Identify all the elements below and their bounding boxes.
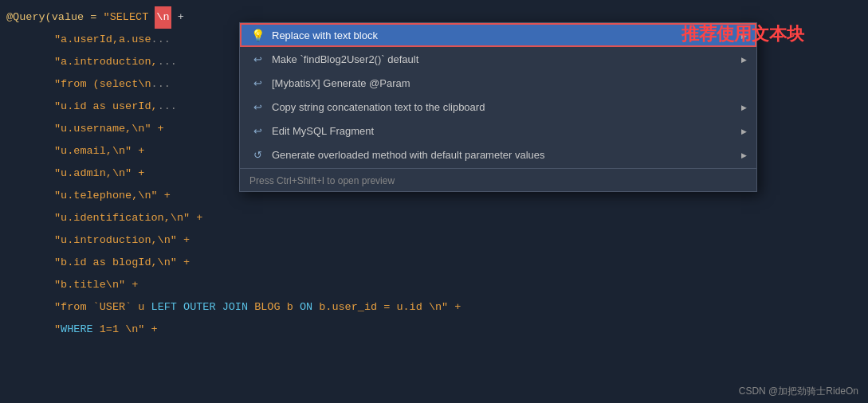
code-string: "a.userId,a.use bbox=[54, 29, 151, 51]
menu-item-label: Make `findBlog2User2()` default bbox=[272, 53, 741, 65]
code-string: "b.id as blogId,\n" + bbox=[54, 252, 190, 274]
menu-item-edit-mysql[interactable]: ↩ Edit MySQL Fragment bbox=[240, 119, 756, 143]
code-string: "u.introduction,\n" + bbox=[54, 229, 190, 252]
context-menu: 💡 Replace with text block ↩ Make `findBl… bbox=[239, 22, 757, 192]
watermark: CSDN @加把劲骑士RideOn bbox=[739, 385, 858, 398]
menu-item-label: Edit MySQL Fragment bbox=[272, 125, 741, 137]
bulb-icon: 💡 bbox=[249, 27, 265, 43]
menu-item-generate-overloaded[interactable]: ↺ Generate overloaded method with defaul… bbox=[240, 143, 756, 166]
code-line-14: "from `USER` u LEFT OUTER JOIN BLOG b ON… bbox=[0, 296, 868, 319]
code-string: "from (select\n bbox=[54, 73, 151, 96]
submenu-arrow-icon bbox=[741, 150, 747, 159]
code-line-11: "u.introduction,\n" + bbox=[0, 229, 868, 252]
action-icon: ↺ bbox=[249, 147, 265, 162]
code-string: "a.introduction, bbox=[54, 51, 158, 73]
annotation-marker: @Query(value = "SELECT bbox=[6, 6, 155, 29]
menu-item-generate-param[interactable]: ↩ [MybatisX] Generate @Param bbox=[240, 71, 756, 95]
menu-separator bbox=[240, 168, 756, 169]
code-string: "b.title\n" + bbox=[54, 274, 138, 296]
editor-container: @Query(value = "SELECT \n + "a.userId,a.… bbox=[0, 0, 868, 403]
code-string: "u.email,\n" + bbox=[54, 140, 144, 162]
menu-item-copy-concat[interactable]: ↩ Copy string concatenation text to the … bbox=[240, 95, 756, 119]
cursor: \n bbox=[155, 6, 171, 29]
operator: + bbox=[171, 6, 184, 29]
menu-item-make-default[interactable]: ↩ Make `findBlog2User2()` default bbox=[240, 47, 756, 71]
code-string: "u.admin,\n" + bbox=[54, 162, 144, 185]
code-line-10: "u.identification,\n" + bbox=[0, 207, 868, 229]
menu-item-label: Generate overloaded method with default … bbox=[272, 149, 741, 161]
menu-item-label: Copy string concatenation text to the cl… bbox=[272, 101, 741, 113]
action-icon: ↩ bbox=[249, 123, 265, 139]
code-string: "from `USER` u bbox=[54, 296, 151, 319]
menu-item-replace-text-block[interactable]: 💡 Replace with text block bbox=[240, 23, 756, 47]
code-string: " bbox=[54, 319, 61, 341]
code-line-12: "b.id as blogId,\n" + bbox=[0, 252, 868, 274]
code-line-15: "WHERE 1=1 \n" + bbox=[0, 319, 868, 341]
chinese-annotation: 推荐使用文本块 bbox=[681, 22, 804, 46]
code-string: "u.telephone,\n" + bbox=[54, 185, 171, 207]
code-string: "u.identification,\n" + bbox=[54, 207, 202, 229]
submenu-arrow-icon bbox=[741, 54, 747, 64]
menu-item-label: [MybatisX] Generate @Param bbox=[272, 77, 747, 89]
menu-shortcut-hint: Press Ctrl+Shift+I to open preview bbox=[240, 170, 756, 191]
menu-item-label: Replace with text block bbox=[272, 29, 741, 41]
code-line-13: "b.title\n" + bbox=[0, 274, 868, 296]
action-icon: ↩ bbox=[249, 75, 265, 91]
action-icon: ↩ bbox=[249, 51, 265, 67]
action-icon: ↩ bbox=[249, 99, 265, 115]
code-string: "u.id as userId, bbox=[54, 96, 158, 118]
submenu-arrow-icon bbox=[741, 126, 747, 135]
code-string: "u.username,\n" + bbox=[54, 118, 164, 140]
submenu-arrow-icon bbox=[741, 102, 747, 112]
